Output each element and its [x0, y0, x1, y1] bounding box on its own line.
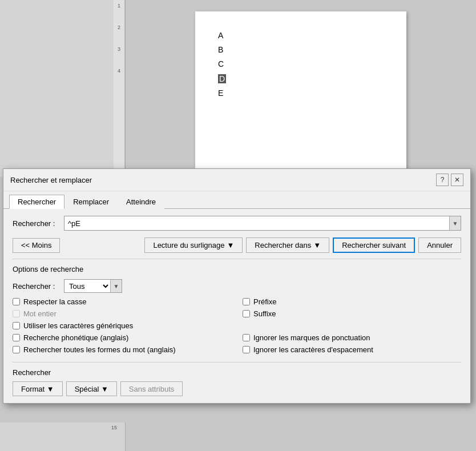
rechercher-dans-button[interactable]: Rechercher dans ▼ — [246, 237, 329, 253]
search-row: Rechercher : ▼ — [13, 216, 461, 231]
checkbox-ignorer-espacement: Ignorer les caractères d'espacement — [243, 345, 461, 354]
ruler-marks: 1 2 3 4 — [114, 0, 125, 177]
checkbox-suffixe: Suffixe — [243, 309, 461, 318]
special-button[interactable]: Spécial ▼ — [66, 381, 117, 396]
letter-b: B — [218, 43, 384, 57]
checkbox-phonetique: Recherche phonétique (anglais) — [13, 333, 231, 342]
select-arrow-icon: ▼ — [110, 280, 122, 292]
search-label: Rechercher : — [13, 219, 64, 228]
checkboxes-grid: Respecter la casse Préfixe Mot entier Su… — [13, 297, 461, 354]
ruler-vertical: 1 2 3 4 — [0, 0, 126, 177]
dialog-titlebar: Rechercher et remplacer ? ✕ — [3, 169, 470, 191]
format-button[interactable]: Format ▼ — [13, 381, 63, 396]
tab-remplacer[interactable]: Remplacer — [64, 195, 118, 209]
lecture-surlignage-button[interactable]: Lecture du surlignage ▼ — [144, 237, 243, 253]
checkbox-ignorer-espacement-label: Ignorer les caractères d'espacement — [253, 345, 373, 354]
checkbox-mot-entier-input — [13, 310, 20, 317]
search-input-dropdown[interactable]: ▼ — [449, 216, 461, 230]
checkbox-casse-label: Respecter la casse — [23, 297, 87, 306]
checkbox-casse: Respecter la casse — [13, 297, 231, 306]
options-search-label: Rechercher : — [13, 282, 64, 291]
document-page: A B C D E — [126, 0, 476, 177]
dialog-title: Rechercher et remplacer — [10, 176, 92, 184]
lecture-dropdown-arrow: ▼ — [227, 241, 234, 249]
checkbox-prefixe: Préfixe — [243, 297, 461, 306]
page-content: A B C D E — [195, 11, 406, 171]
rechercher-dans-arrow: ▼ — [313, 241, 321, 249]
options-section: Options de recherche Rechercher : Tous V… — [13, 259, 461, 396]
document-area: 1 2 3 4 A B C D E — [0, 0, 476, 177]
checkbox-ignorer-ponctuation: Ignorer les marques de ponctuation — [243, 333, 461, 342]
dialog-tabs: Rechercher Remplacer Atteindre — [3, 191, 470, 209]
letter-c: C — [218, 57, 384, 71]
options-title: Options de recherche — [13, 265, 461, 273]
help-button[interactable]: ? — [436, 174, 449, 186]
checkbox-prefixe-input[interactable] — [243, 298, 250, 305]
checkbox-formes-mot: Rechercher toutes les formes du mot (ang… — [13, 345, 231, 354]
bottom-search-title: Rechercher — [13, 368, 461, 377]
letter-a: A — [218, 29, 384, 43]
search-input[interactable] — [64, 218, 449, 229]
checkbox-phonetique-input[interactable] — [13, 334, 20, 341]
dialog-controls: ? ✕ — [436, 174, 463, 186]
checkbox-casse-input[interactable] — [13, 298, 20, 305]
bottom-search-section: Rechercher Format ▼ Spécial ▼ Sans attri… — [13, 362, 461, 396]
search-direction-select[interactable]: Tous Vers le bas Vers le haut — [64, 280, 110, 292]
checkbox-generiques-input[interactable] — [13, 322, 20, 329]
checkbox-suffixe-label: Suffixe — [253, 309, 276, 318]
annuler-button[interactable]: Annuler — [418, 237, 461, 253]
checkbox-generiques: Utiliser les caractères génériques — [13, 321, 231, 330]
checkbox-formes-mot-label: Rechercher toutes les formes du mot (ang… — [23, 345, 176, 354]
btn-row-left: << Moins — [13, 238, 60, 253]
letter-e: E — [218, 86, 384, 100]
tab-atteindre[interactable]: Atteindre — [118, 195, 164, 209]
select-wrapper: Tous Vers le bas Vers le haut ▼ — [64, 279, 122, 293]
search-input-wrapper: ▼ — [64, 216, 461, 231]
button-row: << Moins Lecture du surlignage ▼ Recherc… — [13, 237, 461, 253]
empty-cell — [243, 321, 461, 330]
letter-d: D — [218, 72, 384, 86]
moins-button[interactable]: << Moins — [13, 238, 60, 253]
checkbox-phonetique-label: Recherche phonétique (anglais) — [23, 333, 128, 342]
checkbox-mot-entier-label: Mot entier — [23, 309, 57, 318]
close-button[interactable]: ✕ — [451, 174, 463, 186]
checkbox-generiques-label: Utiliser les caractères génériques — [23, 321, 133, 330]
find-replace-dialog: Rechercher et remplacer ? ✕ Rechercher R… — [3, 168, 471, 404]
sans-attributs-button[interactable]: Sans attributs — [120, 381, 183, 396]
checkbox-ignorer-ponctuation-label: Ignorer les marques de ponctuation — [253, 333, 370, 342]
bottom-btn-row: Format ▼ Spécial ▼ Sans attributs — [13, 381, 461, 396]
checkbox-mot-entier: Mot entier — [13, 309, 231, 318]
checkbox-ignorer-ponctuation-input[interactable] — [243, 334, 250, 341]
bottom-doc-area: 15 — [0, 422, 476, 451]
checkbox-ignorer-espacement-input[interactable] — [243, 346, 250, 353]
dialog-body: Rechercher : ▼ << Moins Lecture du surli… — [3, 209, 470, 403]
rechercher-suivant-button[interactable]: Rechercher suivant — [333, 237, 415, 253]
options-search-row: Rechercher : Tous Vers le bas Vers le ha… — [13, 279, 461, 293]
btn-row-right: Lecture du surlignage ▼ Rechercher dans … — [144, 237, 461, 253]
bottom-ruler: 15 — [0, 422, 126, 451]
checkbox-prefixe-label: Préfixe — [253, 297, 276, 306]
checkbox-formes-mot-input[interactable] — [13, 346, 20, 353]
tab-rechercher[interactable]: Rechercher — [9, 195, 64, 209]
checkbox-suffixe-input[interactable] — [243, 310, 250, 317]
